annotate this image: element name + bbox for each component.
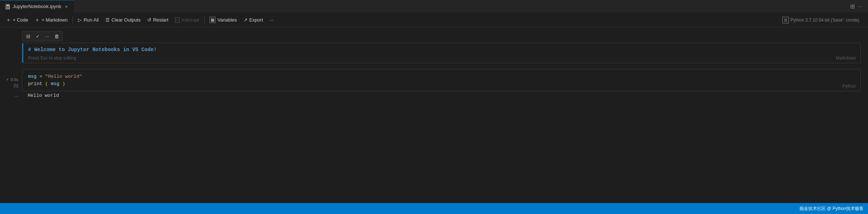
code-cell[interactable]: msg = "Hello world" print ( msg ) Python bbox=[22, 69, 861, 91]
code-line-1: msg = "Hello world" bbox=[28, 73, 855, 80]
notebook-area: ⊟ ✓ ··· 🗑 # Welcome to Jupyter Notebooks… bbox=[0, 27, 868, 203]
tab-filename: JupyterNotebook.ipynb bbox=[13, 4, 61, 9]
tab-bar: 📓 JupyterNotebook.ipynb × ⊞ ··· bbox=[0, 0, 868, 13]
notebook-toolbar: ＋ + Code ＋ + Markdown ▷ Run All ☰ Clear … bbox=[0, 13, 868, 27]
run-all-button[interactable]: ▷ Run All bbox=[75, 16, 101, 24]
kernel-icon: ⊞ bbox=[782, 17, 789, 23]
split-editor-button[interactable]: ⊞ bbox=[850, 3, 855, 10]
cell-delete-button[interactable]: 🗑 bbox=[52, 32, 61, 40]
status-right-text: 掘金技术社区 @ Python技术极客 bbox=[799, 206, 864, 212]
cell-check-button[interactable]: ✓ bbox=[33, 32, 42, 40]
window-controls: ⊞ ··· bbox=[850, 3, 868, 10]
delete-cell-icon: 🗑 bbox=[54, 34, 59, 39]
add-code-button[interactable]: ＋ + Code bbox=[3, 15, 31, 25]
clear-outputs-icon: ☰ bbox=[105, 17, 110, 23]
split-cell-icon: ⊟ bbox=[26, 34, 30, 39]
variables-button[interactable]: ▦ Variables bbox=[207, 15, 240, 24]
plus-markdown-icon: ＋ bbox=[35, 17, 40, 23]
exec-success-icon: ✓ bbox=[6, 77, 9, 82]
code-cell-gutter: ✓ 0.5s [1] bbox=[0, 69, 22, 88]
output-text: Hello world bbox=[22, 91, 861, 100]
interrupt-button[interactable]: □ Interrupt bbox=[172, 16, 202, 24]
toolbar-sep-2 bbox=[204, 16, 205, 24]
restart-button[interactable]: ↺ Restart bbox=[144, 16, 171, 24]
cell-active-indicator bbox=[22, 43, 23, 63]
status-bar: 掘金技术社区 @ Python技术极客 bbox=[0, 203, 868, 214]
notebook-icon: 📓 bbox=[4, 4, 11, 9]
code-content: msg = "Hello world" print ( msg ) bbox=[22, 69, 860, 91]
output-area: ... Hello world bbox=[0, 91, 861, 100]
cell-toolbar-markdown: ⊟ ✓ ··· 🗑 bbox=[22, 31, 63, 41]
exec-time: 0.5s bbox=[11, 77, 18, 82]
code-cell-container: ✓ 0.5s [1] msg = "Hello world" print ( m… bbox=[0, 69, 861, 100]
export-button[interactable]: ↗ Export bbox=[241, 16, 266, 24]
more-actions-button[interactable]: ··· bbox=[858, 3, 862, 9]
toolbar-sep-1 bbox=[73, 16, 73, 24]
output-gutter: ... bbox=[0, 91, 22, 98]
kernel-selector[interactable]: ⊞ Python 3.7.10 64-bit ('base': conda) bbox=[782, 17, 865, 23]
check-icon: ✓ bbox=[36, 34, 40, 39]
code-line-2: print ( msg ) bbox=[28, 80, 855, 88]
plus-code-icon: ＋ bbox=[6, 17, 11, 23]
more-cell-icon: ··· bbox=[45, 34, 49, 39]
exec-count: [1] bbox=[14, 83, 18, 88]
add-markdown-button[interactable]: ＋ + Markdown bbox=[32, 15, 70, 25]
cell-more-button[interactable]: ··· bbox=[43, 32, 51, 40]
markdown-content: # Welcome to Jupyter Notebooks in VS Cod… bbox=[22, 43, 860, 55]
export-icon: ↗ bbox=[244, 17, 248, 23]
code-cell-type-label: Python bbox=[842, 84, 856, 89]
more-toolbar-button[interactable]: ··· bbox=[266, 16, 276, 24]
restart-icon: ↺ bbox=[147, 17, 151, 23]
run-all-icon: ▷ bbox=[78, 17, 82, 23]
tab-close-button[interactable]: × bbox=[63, 4, 69, 9]
interrupt-icon: □ bbox=[175, 17, 180, 23]
tab-notebook[interactable]: 📓 JupyterNotebook.ipynb × bbox=[0, 0, 74, 12]
variables-icon: ▦ bbox=[210, 17, 215, 23]
clear-outputs-button[interactable]: ☰ Clear Outputs bbox=[102, 16, 144, 24]
cell-split-button[interactable]: ⊟ bbox=[24, 32, 32, 40]
